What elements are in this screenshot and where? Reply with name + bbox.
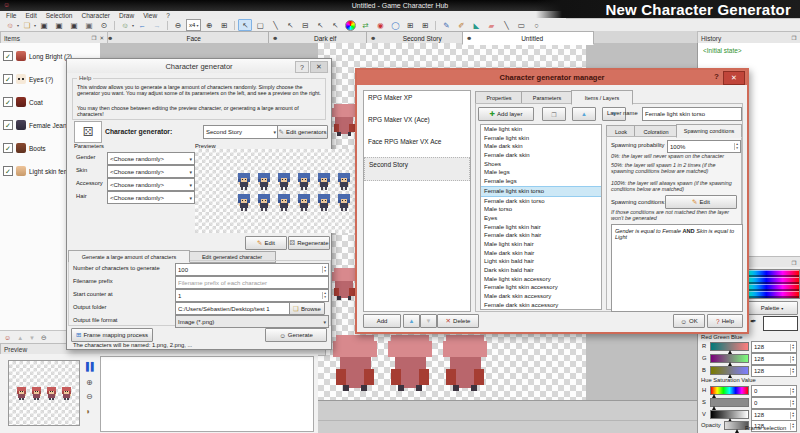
r-value-input[interactable]: [754, 344, 790, 350]
layer-item[interactable]: Shoes: [481, 160, 601, 169]
counter-input[interactable]: [178, 293, 322, 299]
probability-field[interactable]: [667, 140, 741, 153]
color-picker-icon[interactable]: ◉: [373, 19, 387, 31]
counter-field[interactable]: [175, 289, 329, 302]
move-item-up-icon[interactable]: ▲: [17, 335, 23, 341]
brush-tool-icon[interactable]: ✐: [454, 19, 468, 31]
add-generator-button[interactable]: Add: [363, 314, 401, 328]
pointer-tool-icon[interactable]: ↖: [238, 19, 252, 31]
layer-item-selected[interactable]: Female light skin torso: [481, 186, 601, 197]
remove-item-icon[interactable]: ⊖: [41, 334, 47, 342]
generator-item[interactable]: RPG Maker VX (Ace): [364, 113, 470, 135]
palette-swap-icon[interactable]: ⇄: [358, 19, 372, 31]
history-entry[interactable]: <Initial state>: [698, 43, 800, 54]
move-layer-up-button[interactable]: ▲: [572, 107, 596, 121]
dialog-close-icon[interactable]: ✕: [310, 61, 328, 73]
move-generator-up-button[interactable]: ▲: [403, 314, 420, 328]
current-color-swatch[interactable]: [763, 316, 798, 331]
history-clock-icon[interactable]: ⊙: [97, 19, 111, 31]
edit-generators-button[interactable]: ✎ Edit generators: [277, 125, 328, 139]
preview-zoom-out-icon[interactable]: ⊖: [86, 392, 93, 401]
remove-frame-tool-icon[interactable]: ⊟: [298, 19, 312, 31]
layer-item[interactable]: Male dark skin: [481, 142, 601, 151]
delete-generator-button[interactable]: ✕ Delete: [437, 314, 479, 328]
gender-select[interactable]: <Choose randomly>: [107, 152, 195, 165]
layer-item[interactable]: Female legs: [481, 177, 601, 186]
undo-icon[interactable]: ←: [135, 19, 149, 31]
add-character-icon[interactable]: ☺: [118, 19, 132, 31]
stamp-tool-icon[interactable]: ╲: [268, 19, 282, 31]
g-value-field[interactable]: [751, 353, 797, 365]
line-tool-icon[interactable]: ╲: [499, 19, 513, 31]
move-frame-tool-icon[interactable]: ↖: [283, 19, 297, 31]
v-value-input[interactable]: [754, 412, 790, 418]
new-character-icon[interactable]: ☺: [3, 19, 17, 31]
conditions-box[interactable]: Gender is equal to Female AND Skin is eq…: [611, 224, 743, 312]
preview-zoom-in-icon[interactable]: ⊕: [86, 378, 93, 387]
duplicate-layer-button[interactable]: ❐: [542, 107, 566, 121]
b-value-field[interactable]: [751, 365, 797, 377]
save-icon[interactable]: ▣: [37, 19, 51, 31]
layer-item[interactable]: Dark skin bald hair: [481, 266, 601, 275]
zoom-out-icon[interactable]: ⊖: [171, 19, 185, 31]
count-field[interactable]: [175, 263, 329, 276]
s-slider[interactable]: [710, 398, 749, 407]
color-wheel-icon[interactable]: [343, 19, 357, 31]
character-icon[interactable]: ☺: [4, 334, 11, 341]
layer-item[interactable]: Male light skin accessory: [481, 275, 601, 284]
output-format-select[interactable]: Image (*.png): [175, 315, 329, 328]
dialog-close-icon[interactable]: ✕: [723, 71, 745, 85]
hair-select[interactable]: <Choose randomly>: [107, 191, 195, 204]
dialog-help-icon[interactable]: ?: [714, 72, 719, 81]
pause-icon[interactable]: ▌▌: [86, 362, 95, 371]
save-all-icon[interactable]: ▣: [67, 19, 81, 31]
ok-button[interactable]: ☺ OK: [673, 314, 705, 328]
item-checkbox[interactable]: ✓: [3, 97, 13, 107]
move-item-down-icon[interactable]: ▼: [29, 335, 35, 341]
generator-item[interactable]: Face RPG Maker VX Ace: [364, 135, 470, 157]
h-value-input[interactable]: [754, 388, 790, 394]
s-value-input[interactable]: [754, 400, 790, 406]
menu-selection[interactable]: Selection: [46, 12, 73, 19]
layer-item[interactable]: Female light skin: [481, 134, 601, 143]
menu-file[interactable]: File: [6, 12, 16, 19]
tab-items-layers[interactable]: Items / Layers: [571, 90, 633, 105]
layer-item[interactable]: Female dark skin hair: [481, 231, 601, 240]
eyedropper-icon[interactable]: ✒: [750, 317, 757, 326]
float-panel-icon[interactable]: ❐: [791, 260, 796, 266]
layer-item[interactable]: Female dark skin: [481, 151, 601, 160]
layer-item[interactable]: Male dark skin hair: [481, 249, 601, 258]
generate-button[interactable]: ☺ Generate: [265, 328, 327, 342]
layer-name-field[interactable]: [642, 107, 742, 121]
circle-select-icon[interactable]: ◯: [388, 19, 402, 31]
menu-help[interactable]: ?: [166, 12, 170, 19]
add-character-dropdown-icon[interactable]: ▾: [132, 23, 134, 28]
layer-name-input[interactable]: [645, 111, 739, 117]
animation-mode-icon[interactable]: ◗: [86, 407, 91, 416]
generator-item[interactable]: RPG Maker XP: [364, 91, 470, 113]
new-dropdown-icon[interactable]: ▾: [17, 23, 19, 28]
edit-button[interactable]: ✎ Edit: [245, 236, 287, 250]
frame-view-icon[interactable]: ⊞: [403, 19, 417, 31]
close-panel-icon[interactable]: ✕: [99, 35, 104, 41]
layer-item[interactable]: Light skin bald hair: [481, 257, 601, 266]
dialog-title-bar[interactable]: Character generator manager: [357, 70, 747, 85]
save-as-icon[interactable]: ▣: [52, 19, 66, 31]
export-icon[interactable]: ▣: [82, 19, 96, 31]
pencil-tool-icon[interactable]: ✎: [439, 19, 453, 31]
rect-tool-icon[interactable]: ▭: [514, 19, 528, 31]
g-slider[interactable]: [710, 354, 749, 363]
layer-item[interactable]: Female light skin accessory: [481, 283, 601, 292]
ellipse-tool-icon[interactable]: ○: [529, 19, 543, 31]
zoom-in-icon[interactable]: ⊕: [202, 19, 216, 31]
item-checkbox[interactable]: ✓: [3, 120, 13, 130]
layer-item[interactable]: Male light skin: [481, 125, 601, 134]
r-value-field[interactable]: [751, 341, 797, 353]
open-dropdown-icon[interactable]: ▾: [34, 23, 36, 28]
output-folder-field[interactable]: [175, 302, 293, 315]
pick-frame-tool-icon[interactable]: ↖: [328, 19, 342, 31]
item-checkbox[interactable]: ✓: [3, 166, 13, 176]
item-checkbox[interactable]: ✓: [3, 51, 13, 61]
edit-conditions-button[interactable]: ✎ Edit: [665, 195, 737, 209]
tab-spawning-conditions[interactable]: Spawning conditions: [676, 124, 742, 138]
